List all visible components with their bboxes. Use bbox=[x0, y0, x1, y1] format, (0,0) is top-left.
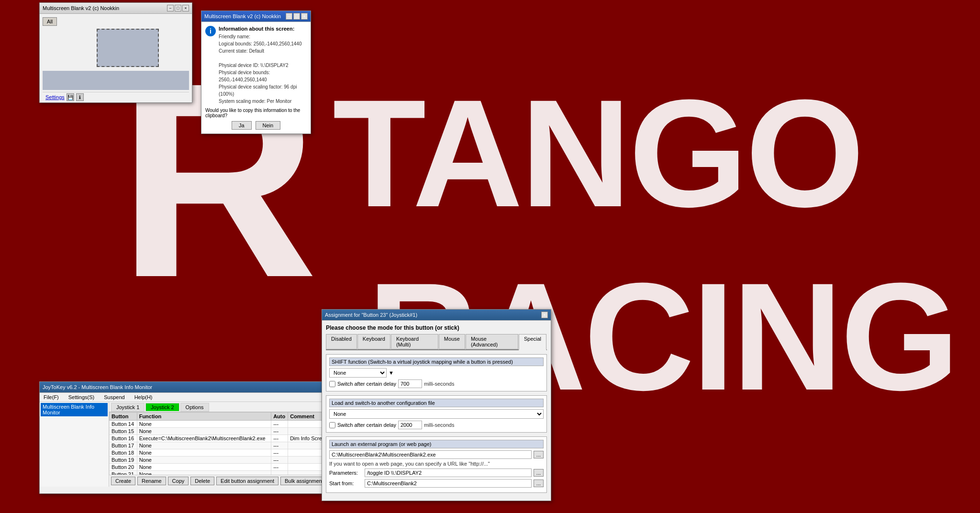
menu-suspend[interactable]: Suspend bbox=[102, 394, 126, 401]
auto-col: --- bbox=[271, 449, 288, 457]
shift-dropdown[interactable]: None bbox=[329, 368, 387, 378]
system-scaling-value: Per Monitor bbox=[267, 99, 292, 104]
shift-delay-checkbox[interactable] bbox=[329, 381, 335, 387]
func-col: None bbox=[137, 442, 271, 449]
auto-col: --- bbox=[271, 435, 288, 442]
info-minimize-btn[interactable]: − bbox=[286, 13, 292, 20]
current-state-label: Current state: bbox=[219, 48, 248, 54]
auto-col: --- bbox=[271, 457, 288, 464]
auto-col: --- bbox=[271, 421, 288, 428]
menu-file[interactable]: File(F) bbox=[42, 394, 61, 401]
assignment-body: Please choose the mode for this button (… bbox=[322, 321, 551, 501]
load-section: Load and switch-to another configuration… bbox=[326, 395, 547, 433]
btn-col: Button 17 bbox=[110, 442, 137, 449]
create-btn[interactable]: Create bbox=[111, 477, 135, 485]
menu-help[interactable]: Help(H) bbox=[133, 394, 155, 401]
btn-col: Button 15 bbox=[110, 428, 137, 435]
edit-assignment-btn[interactable]: Edit button assignment bbox=[216, 477, 278, 485]
tab-options[interactable]: Options bbox=[180, 403, 209, 412]
startfrom-input[interactable] bbox=[365, 479, 532, 488]
save-icon[interactable]: 💾 bbox=[67, 93, 74, 101]
joytokey-body: Multiscreen Blank Info Monitor Joystick … bbox=[40, 402, 359, 487]
current-state-value: Default bbox=[249, 48, 264, 54]
load-delay-checkbox[interactable] bbox=[329, 422, 335, 428]
auto-col: --- bbox=[271, 464, 288, 471]
copy-btn[interactable]: Copy bbox=[168, 477, 189, 485]
tab-mouse[interactable]: Mouse bbox=[439, 334, 465, 349]
assignment-titlebar: Assignment for "Button 23" (Joystick#1) … bbox=[322, 310, 551, 321]
logical-bounds-label: Logical bounds: bbox=[219, 41, 252, 46]
btn-col: Button 20 bbox=[110, 464, 137, 471]
info-header-row: i Information about this screen: Friendl… bbox=[205, 26, 307, 105]
msblank-title: Multiscreen Blank v2 (c) Nookkin bbox=[43, 5, 119, 11]
screen-bar-display bbox=[43, 71, 189, 90]
rename-btn[interactable]: Rename bbox=[137, 477, 166, 485]
msblank-main-window: Multiscreen Blank v2 (c) Nookkin − □ × A… bbox=[39, 2, 192, 103]
func-col: None bbox=[137, 449, 271, 457]
physical-bounds-value: 2560,-1440,2560,1440 bbox=[219, 77, 267, 82]
auto-col: --- bbox=[271, 442, 288, 449]
load-delay-input[interactable] bbox=[398, 421, 422, 429]
info-dialog-win-buttons: − □ × bbox=[286, 13, 308, 20]
info-close-btn[interactable]: × bbox=[301, 13, 308, 20]
info-dialog-body: i Information about this screen: Friendl… bbox=[201, 22, 311, 134]
program-browse-btn[interactable]: ... bbox=[534, 451, 544, 458]
yes-button[interactable]: Ja bbox=[232, 121, 252, 130]
func-col: None bbox=[137, 428, 271, 435]
startfrom-browse-btn[interactable]: ... bbox=[534, 480, 544, 487]
config-item-msblank[interactable]: Multiscreen Blank Info Monitor bbox=[41, 403, 108, 416]
info-heading: Information about this screen: bbox=[219, 26, 307, 32]
delete-btn[interactable]: Delete bbox=[190, 477, 214, 485]
func-col: None bbox=[137, 421, 271, 428]
assignment-window: Assignment for "Button 23" (Joystick#1) … bbox=[322, 309, 551, 501]
params-browse-btn[interactable]: ... bbox=[534, 469, 544, 477]
msblank-minimize-btn[interactable]: − bbox=[167, 5, 174, 11]
no-button[interactable]: Nein bbox=[256, 121, 281, 130]
settings-link[interactable]: Settings bbox=[45, 94, 65, 100]
btn-col: Button 16 bbox=[110, 435, 137, 442]
shift-dropdown-arrow: ▼ bbox=[389, 370, 394, 376]
auto-col: --- bbox=[271, 471, 288, 475]
joytokey-titlebar: JoyToKey v6.2 - Multiscreen Blank Info M… bbox=[40, 382, 359, 393]
msblank-close-btn[interactable]: × bbox=[182, 5, 189, 11]
info-details: Friendly name: Logical bounds: 2560,-144… bbox=[219, 33, 307, 105]
joytokey-title: JoyToKey v6.2 - Multiscreen Blank Info M… bbox=[43, 384, 152, 390]
shift-section-header: SHIFT function (Switch-to a virtual joys… bbox=[329, 357, 544, 366]
load-config-dropdown[interactable]: None bbox=[329, 409, 544, 419]
shift-delay-unit: milli-seconds bbox=[424, 381, 455, 387]
launch-section-header: Launch an external program (or web page) bbox=[329, 440, 544, 448]
scaling-factor-label: Physical device scaling factor: bbox=[219, 84, 282, 89]
info-icon[interactable]: ℹ bbox=[76, 93, 84, 101]
func-col: Execute=C:\MultiscreenBlank2\Multiscreen… bbox=[137, 435, 271, 442]
shift-dropdown-row: None ▼ bbox=[329, 368, 544, 378]
launch-section: Launch an external program (or web page)… bbox=[326, 436, 547, 493]
col-auto: Auto bbox=[271, 413, 288, 421]
tab-special[interactable]: Special bbox=[519, 334, 546, 350]
btn-col: Button 19 bbox=[110, 457, 137, 464]
joytokey-sidebar: Multiscreen Blank Info Monitor bbox=[40, 402, 109, 487]
tab-keyboard-multi[interactable]: Keyboard (Multi) bbox=[391, 334, 438, 349]
startfrom-label: Start from: bbox=[329, 480, 363, 486]
shift-delay-input[interactable] bbox=[398, 379, 422, 388]
tab-disabled[interactable]: Disabled bbox=[326, 334, 357, 349]
program-input[interactable] bbox=[329, 450, 532, 459]
url-hint: If you want to open a web page, you can … bbox=[329, 461, 544, 467]
tab-joystick2[interactable]: Joystick 2 bbox=[145, 403, 179, 412]
all-button[interactable]: All bbox=[43, 17, 57, 26]
clipboard-question: Would you like to copy this information … bbox=[205, 108, 307, 118]
btn-col: Button 21 bbox=[110, 471, 137, 475]
tab-joystick1[interactable]: Joystick 1 bbox=[111, 403, 145, 412]
assignment-close-btn[interactable]: × bbox=[541, 312, 548, 318]
func-col: None bbox=[137, 457, 271, 464]
params-input[interactable] bbox=[365, 468, 532, 477]
assignment-heading: Please choose the mode for this button (… bbox=[326, 324, 547, 331]
msblank-maximize-btn[interactable]: □ bbox=[175, 5, 181, 11]
shift-section: SHIFT function (Switch-to a virtual joys… bbox=[326, 354, 547, 391]
info-maximize-btn[interactable]: □ bbox=[293, 13, 300, 20]
btn-col: Button 14 bbox=[110, 421, 137, 428]
tab-keyboard[interactable]: Keyboard bbox=[357, 334, 390, 349]
tab-mouse-advanced[interactable]: Mouse (Advanced) bbox=[466, 334, 518, 349]
info-dialog-window: Multiscreen Blank v2 (c) Nookkin − □ × i… bbox=[201, 11, 311, 134]
program-row: ... bbox=[329, 450, 544, 459]
menu-settings[interactable]: Settings(S) bbox=[67, 394, 96, 401]
